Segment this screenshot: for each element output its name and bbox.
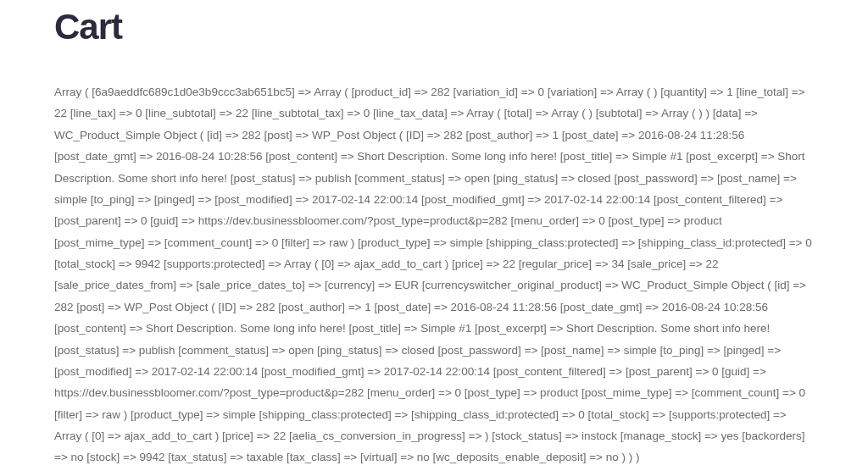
page-title: Cart (54, 7, 814, 47)
debug-dump-text: Array ( [6a9aeddfc689c1d0e3b9ccc3ab651bc… (54, 81, 814, 468)
